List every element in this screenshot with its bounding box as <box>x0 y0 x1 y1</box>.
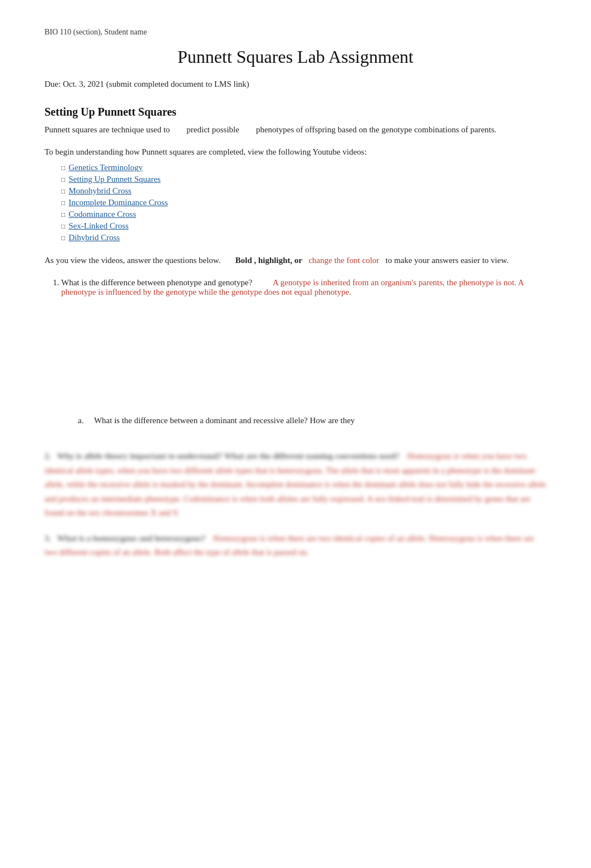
question-1-text: What is the difference between phenotype… <box>61 278 252 287</box>
video-intro: To begin understanding how Punnett squar… <box>45 145 546 158</box>
intro-part2: phenotypes of offspring based on the gen… <box>256 125 496 134</box>
blurred-section: 2. Why is allele theory important to und… <box>45 449 546 560</box>
questions-list: What is the difference between phenotype… <box>61 278 546 297</box>
list-item: □ Setting Up Punnett Squares <box>61 175 546 184</box>
blurred-q2: 2. Why is allele theory important to und… <box>45 449 546 520</box>
bullet-icon: □ <box>61 199 65 207</box>
spacer-1 <box>45 297 546 397</box>
intro-highlight: predict possible <box>186 125 239 134</box>
video-link-sex-linked[interactable]: Sex-Linked Cross <box>68 221 129 231</box>
video-link-dihybrid[interactable]: Dihybrid Cross <box>68 233 120 242</box>
video-list: □ Genetics Terminology □ Setting Up Punn… <box>61 163 546 242</box>
video-link-monohybrid[interactable]: Monohybrid Cross <box>68 186 131 196</box>
bold-instruction: Bold , highlight, or <box>235 256 302 265</box>
color-instruction: change the font color <box>308 256 379 265</box>
blurred-q3: 3. What is a homozygous and heterozygous… <box>45 532 546 560</box>
blurred-q2-text: Why is allele theory important to unders… <box>57 452 400 460</box>
due-date: Due: Oct. 3, 2021 (submit completed docu… <box>45 80 546 89</box>
sub-question-a: a. What is the difference between a domi… <box>78 414 546 427</box>
blurred-q3-label: 3. <box>45 534 51 543</box>
bullet-icon: □ <box>61 211 65 219</box>
video-link-codominance[interactable]: Codominance Cross <box>68 210 136 219</box>
list-item: □ Genetics Terminology <box>61 163 546 172</box>
video-link-genetics-terminology[interactable]: Genetics Terminology <box>68 163 142 172</box>
blurred-q3-text: What is a homozygous and heterozygous? <box>57 534 206 543</box>
video-link-incomplete[interactable]: Incomplete Dominance Cross <box>68 198 168 207</box>
instruction-paragraph: As you view the videos, answer the quest… <box>45 254 546 267</box>
bullet-icon: □ <box>61 234 65 242</box>
blurred-q2-answer: Homozygous is when you have two identica… <box>45 452 546 517</box>
blurred-q2-label: 2. <box>45 452 51 460</box>
bullet-icon: □ <box>61 176 65 184</box>
bullet-icon: □ <box>61 187 65 196</box>
page-title: Punnett Squares Lab Assignment <box>45 47 546 67</box>
sub-question-label: a. <box>78 416 83 425</box>
intro-paragraph: Punnett squares are technique used to pr… <box>45 123 546 136</box>
sub-question-text: What is the difference between a dominan… <box>94 416 355 425</box>
question-1: What is the difference between phenotype… <box>61 278 546 297</box>
intro-part1: Punnett squares are technique used to <box>45 125 170 134</box>
video-link-setting-up[interactable]: Setting Up Punnett Squares <box>68 175 160 184</box>
list-item: □ Monohybrid Cross <box>61 186 546 196</box>
questions-section: What is the difference between phenotype… <box>45 278 546 297</box>
instruction-part3: to make your answers easier to view. <box>386 256 509 265</box>
list-item: □ Incomplete Dominance Cross <box>61 198 546 207</box>
blurred-q3-answer: Homozygous is when there are two identic… <box>45 534 534 557</box>
list-item: □ Codominance Cross <box>61 210 546 219</box>
instruction-part1: As you view the videos, answer the quest… <box>45 256 220 265</box>
header-meta: BIO 110 (section), Student name <box>45 28 546 37</box>
list-item: □ Dihybrid Cross <box>61 233 546 242</box>
bullet-icon: □ <box>61 222 65 231</box>
list-item: □ Sex-Linked Cross <box>61 221 546 231</box>
bullet-icon: □ <box>61 164 65 172</box>
section-heading: Setting Up Punnett Squares <box>45 106 546 118</box>
